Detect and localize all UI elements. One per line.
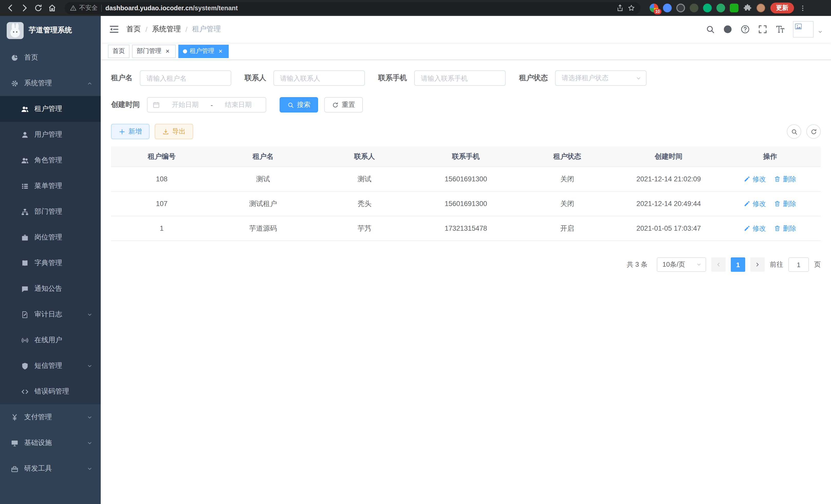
page-number-button[interactable]: 1 bbox=[731, 258, 745, 272]
browser-toolbar: 不安全 dashboard.yudao.iocoder.cn/system/te… bbox=[0, 0, 831, 16]
refresh-table-button[interactable] bbox=[806, 124, 821, 139]
address-bar[interactable]: 不安全 dashboard.yudao.iocoder.cn/system/te… bbox=[65, 2, 640, 14]
extension-icon[interactable]: 10 bbox=[650, 4, 658, 12]
sidebar-item-label: 错误码管理 bbox=[34, 387, 69, 396]
goto-page-input[interactable] bbox=[789, 258, 809, 272]
fullscreen-icon[interactable] bbox=[758, 25, 767, 34]
edit-link[interactable]: 修改 bbox=[744, 224, 766, 233]
sidebar-item-role-mgmt[interactable]: 角色管理 bbox=[0, 147, 101, 173]
date-range-picker[interactable]: 开始日期 - 结束日期 bbox=[147, 97, 266, 113]
breadcrumb-item-system[interactable]: 系统管理 bbox=[152, 25, 181, 34]
browser-back-icon[interactable] bbox=[6, 4, 15, 12]
cell-status: 开启 bbox=[516, 224, 618, 233]
font-size-icon[interactable] bbox=[775, 25, 785, 34]
sidebar-item-home[interactable]: 首页 bbox=[0, 45, 101, 70]
end-date-placeholder[interactable]: 结束日期 bbox=[216, 100, 261, 110]
sidebar-item-menu-mgmt[interactable]: 菜单管理 bbox=[0, 173, 101, 199]
sidebar-item-label: 系统管理 bbox=[24, 79, 52, 88]
sidebar-item-notice[interactable]: 通知公告 bbox=[0, 276, 101, 302]
help-icon[interactable] bbox=[741, 25, 750, 34]
breadcrumb-separator: / bbox=[145, 25, 147, 33]
app-logo: 芋道管理系统 bbox=[0, 16, 101, 45]
delete-link[interactable]: 删除 bbox=[774, 199, 796, 208]
sidebar-section-payment[interactable]: 支付管理 bbox=[0, 404, 101, 430]
sidebar-item-dept-mgmt[interactable]: 部门管理 bbox=[0, 199, 101, 225]
browser-menu-icon[interactable] bbox=[799, 4, 806, 12]
add-button[interactable]: 新增 bbox=[111, 124, 149, 139]
sidebar-item-error-code-mgmt[interactable]: 错误码管理 bbox=[0, 379, 101, 404]
extension-icon[interactable] bbox=[690, 4, 698, 12]
delete-link[interactable]: 删除 bbox=[774, 174, 796, 184]
edit-link[interactable]: 修改 bbox=[744, 174, 766, 184]
page-size-value: 10条/页 bbox=[662, 260, 685, 269]
sidebar-item-dict-mgmt[interactable]: 字典管理 bbox=[0, 250, 101, 276]
chevron-left-icon bbox=[715, 262, 721, 268]
reset-button[interactable]: 重置 bbox=[324, 97, 363, 113]
avatar-caret-down-icon[interactable] bbox=[818, 29, 823, 34]
search-icon[interactable] bbox=[706, 25, 715, 34]
edit-link[interactable]: 修改 bbox=[744, 199, 766, 208]
close-icon[interactable]: × bbox=[217, 48, 224, 55]
start-date-placeholder[interactable]: 开始日期 bbox=[163, 100, 208, 110]
sidebar-section-system-mgmt[interactable]: 系统管理 bbox=[0, 70, 101, 96]
chevron-down-icon bbox=[87, 312, 92, 317]
browser-home-icon[interactable] bbox=[48, 4, 57, 12]
total-count: 共 3 条 bbox=[627, 260, 648, 269]
extensions-puzzle-icon[interactable] bbox=[743, 4, 752, 12]
close-icon[interactable]: × bbox=[164, 48, 171, 55]
sidebar-item-audit-log[interactable]: 审计日志 bbox=[0, 302, 101, 327]
tag-dept-mgmt[interactable]: 部门管理 × bbox=[132, 45, 176, 58]
cell-actions: 修改 删除 bbox=[719, 224, 821, 233]
extension-icon[interactable] bbox=[663, 4, 672, 12]
sidebar-item-user-mgmt[interactable]: 用户管理 bbox=[0, 122, 101, 147]
cell-contact: 秃头 bbox=[314, 199, 415, 208]
browser-forward-icon[interactable] bbox=[20, 4, 29, 12]
browser-profile-avatar[interactable] bbox=[756, 4, 765, 12]
sidebar-item-online-users[interactable]: 在线用户 bbox=[0, 327, 101, 353]
extension-icon[interactable] bbox=[676, 4, 685, 12]
filter-mobile: 联系手机 bbox=[378, 70, 506, 86]
breadcrumb-item-home[interactable]: 首页 bbox=[126, 25, 141, 34]
sidebar-section-devtools[interactable]: 研发工具 bbox=[0, 456, 101, 481]
sidebar-collapse-icon[interactable] bbox=[109, 24, 119, 34]
tag-home[interactable]: 首页 bbox=[108, 45, 130, 58]
mobile-input[interactable] bbox=[414, 70, 506, 86]
prev-page-button[interactable] bbox=[711, 258, 726, 272]
github-icon[interactable] bbox=[723, 25, 732, 34]
page-size-select[interactable]: 10条/页 bbox=[657, 258, 706, 272]
extension-icon[interactable] bbox=[716, 4, 725, 12]
goto-label: 前往 bbox=[770, 260, 783, 269]
sidebar-item-tenant-mgmt[interactable]: 租户管理 bbox=[0, 96, 101, 122]
toggle-search-button[interactable] bbox=[787, 124, 801, 139]
security-label: 不安全 bbox=[79, 4, 98, 12]
sidebar-item-label: 部门管理 bbox=[34, 207, 62, 216]
browser-reload-icon[interactable] bbox=[34, 4, 42, 12]
status-select[interactable]: 请选择租户状态 bbox=[555, 70, 647, 86]
export-button[interactable]: 导出 bbox=[155, 124, 193, 139]
delete-link[interactable]: 删除 bbox=[774, 224, 796, 233]
user-avatar[interactable] bbox=[793, 21, 813, 37]
sidebar-item-sms-mgmt[interactable]: 短信管理 bbox=[0, 353, 101, 379]
infrastructure-icon bbox=[11, 439, 19, 447]
extension-icon[interactable] bbox=[730, 4, 739, 12]
sidebar-item-post-mgmt[interactable]: 岗位管理 bbox=[0, 225, 101, 250]
tag-tenant-mgmt[interactable]: 租户管理 × bbox=[178, 45, 229, 58]
bookmark-star-icon[interactable] bbox=[628, 4, 635, 12]
tenant-name-input[interactable] bbox=[140, 70, 231, 86]
sidebar-item-label: 字典管理 bbox=[34, 259, 62, 268]
sidebar-section-infrastructure[interactable]: 基础设施 bbox=[0, 430, 101, 456]
download-icon bbox=[163, 128, 169, 135]
security-chip[interactable]: 不安全 bbox=[70, 4, 98, 12]
chevron-down-icon bbox=[696, 262, 701, 267]
column-header: 租户编号 bbox=[111, 152, 212, 161]
share-icon[interactable] bbox=[616, 4, 624, 12]
contact-input[interactable] bbox=[274, 70, 365, 86]
filter-status: 租户状态 请选择租户状态 bbox=[519, 70, 647, 86]
sidebar-item-label: 用户管理 bbox=[34, 130, 62, 139]
browser-update-button[interactable]: 更新 bbox=[770, 3, 794, 13]
cell-tenant-id: 1 bbox=[111, 225, 212, 232]
error-code-icon bbox=[21, 388, 29, 395]
next-page-button[interactable] bbox=[750, 258, 765, 272]
extension-icon[interactable] bbox=[703, 4, 712, 12]
search-button[interactable]: 搜索 bbox=[280, 97, 318, 113]
